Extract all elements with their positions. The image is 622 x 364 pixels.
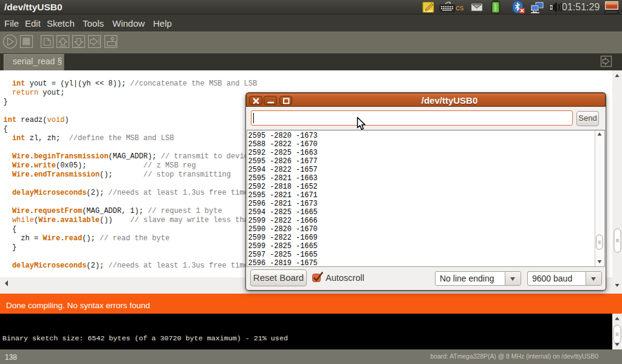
svg-text:cs: cs [456,3,464,12]
